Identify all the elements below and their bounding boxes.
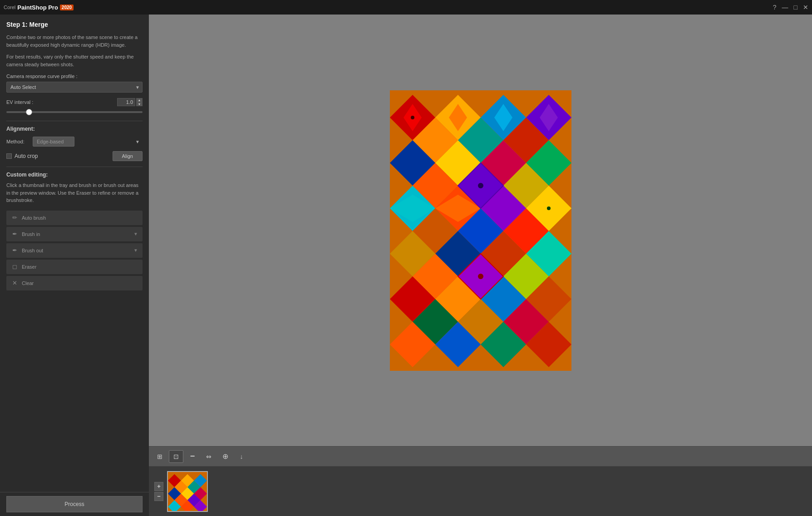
maximize-icon[interactable]: □ bbox=[794, 4, 797, 11]
ev-slider[interactable] bbox=[6, 111, 143, 113]
svg-point-51 bbox=[547, 206, 551, 210]
clear-btn-left: ✕ Clear bbox=[11, 280, 34, 287]
fit-icon: ⊡ bbox=[173, 453, 179, 460]
auto-brush-label: Auto brush bbox=[22, 215, 46, 221]
svg-point-49 bbox=[478, 274, 483, 279]
corel-label: Corel bbox=[4, 5, 15, 10]
left-panel: Step 1: Merge Combine two or more photos… bbox=[0, 15, 149, 516]
thumbnail-tray: + − bbox=[149, 466, 812, 516]
right-area: ⊞ ⊡ − ⇔ ⊕ ↓ + − bbox=[149, 15, 812, 516]
svg-point-50 bbox=[411, 116, 414, 119]
auto-crop-label: Auto crop bbox=[15, 153, 38, 159]
method-row: Method: Edge-based ▼ bbox=[6, 137, 143, 147]
minimize-icon[interactable]: — bbox=[782, 4, 788, 11]
pan-button[interactable]: ⇔ bbox=[202, 450, 216, 463]
hand-icon: ↓ bbox=[240, 453, 243, 460]
ev-interval-row: EV interval : 1.0 ▲ ▼ bbox=[6, 98, 143, 106]
auto-crop-checkbox[interactable] bbox=[6, 153, 12, 159]
brush-out-arrow-icon: ▼ bbox=[133, 248, 138, 253]
ev-slider-container bbox=[6, 108, 143, 114]
autocrop-left: Auto crop bbox=[6, 153, 38, 159]
process-button[interactable]: Process bbox=[6, 496, 143, 512]
ev-input-wrapper: 1.0 ▲ ▼ bbox=[117, 98, 143, 106]
ev-spinners: ▲ ▼ bbox=[136, 98, 143, 106]
panel-scroll-content: Step 1: Merge Combine two or more photos… bbox=[0, 15, 149, 492]
tray-zoom-plus[interactable]: + bbox=[154, 482, 163, 491]
method-arrow-icon: ▼ bbox=[135, 139, 140, 144]
pattern-svg bbox=[390, 90, 571, 371]
auto-brush-icon: ✏ bbox=[11, 214, 18, 221]
zoom-out-icon: − bbox=[190, 452, 195, 461]
zoom-out-button[interactable]: − bbox=[185, 450, 200, 463]
hand-button[interactable]: ↓ bbox=[234, 450, 249, 463]
eraser-btn-left: ◻ Eraser bbox=[11, 263, 36, 270]
eraser-label: Eraser bbox=[22, 264, 36, 270]
align-button[interactable]: Align bbox=[113, 151, 143, 161]
ev-spinner-up[interactable]: ▲ bbox=[136, 98, 143, 102]
fit-all-icon: ⊞ bbox=[157, 453, 162, 460]
ev-spinner-down[interactable]: ▼ bbox=[136, 102, 143, 106]
close-icon[interactable]: ✕ bbox=[803, 4, 808, 11]
brush-out-button[interactable]: ✒ Brush out ▼ bbox=[6, 243, 143, 258]
fit-button[interactable]: ⊡ bbox=[169, 450, 183, 463]
main-layout: Step 1: Merge Combine two or more photos… bbox=[0, 15, 812, 516]
bottom-toolbar: ⊞ ⊡ − ⇔ ⊕ ↓ bbox=[149, 446, 812, 466]
clear-icon: ✕ bbox=[11, 280, 18, 287]
clear-label: Clear bbox=[22, 280, 34, 286]
help-icon[interactable]: ? bbox=[773, 4, 777, 11]
description-1: Combine two or more photos of the same s… bbox=[6, 34, 143, 49]
brush-in-btn-left: ✒ Brush in bbox=[11, 231, 40, 238]
hdr-preview-image bbox=[390, 90, 571, 371]
app-logo: Corel PaintShop Pro 2020 bbox=[4, 4, 74, 11]
custom-editing-desc: Click a thumbnail in the tray and brush … bbox=[6, 182, 143, 204]
brush-in-icon: ✒ bbox=[11, 231, 18, 238]
ev-interval-label: EV interval : bbox=[6, 99, 33, 105]
eraser-button[interactable]: ◻ Eraser bbox=[6, 260, 143, 274]
titlebar: Corel PaintShop Pro 2020 ? — □ ✕ bbox=[0, 0, 812, 15]
divider-2 bbox=[6, 167, 143, 167]
camera-response-dropdown-wrapper: Auto Select ▼ bbox=[6, 82, 143, 93]
fit-all-button[interactable]: ⊞ bbox=[153, 450, 167, 463]
method-dropdown-wrapper: Edge-based ▼ bbox=[33, 137, 143, 147]
version-badge: 2020 bbox=[60, 5, 74, 10]
camera-response-label: Camera response curve profile : bbox=[6, 74, 143, 79]
tray-zoom-controls: + − bbox=[154, 482, 163, 501]
autocrop-row: Auto crop Align bbox=[6, 151, 143, 161]
thumbnail-item-1[interactable] bbox=[167, 471, 208, 512]
brush-out-btn-left: ✒ Brush out bbox=[11, 247, 43, 254]
zoom-in-icon: ⊕ bbox=[222, 452, 228, 461]
app-name-label: PaintShop Pro bbox=[17, 4, 58, 11]
camera-response-select[interactable]: Auto Select bbox=[6, 82, 143, 93]
divider-1 bbox=[6, 121, 143, 121]
step-title: Step 1: Merge bbox=[6, 21, 143, 28]
description-2: For best results, vary only the shutter … bbox=[6, 53, 143, 68]
tray-zoom-minus[interactable]: − bbox=[154, 492, 163, 501]
zoom-in-button[interactable]: ⊕ bbox=[218, 450, 232, 463]
method-label: Method: bbox=[6, 139, 29, 144]
brush-out-icon: ✒ bbox=[11, 247, 18, 254]
panel-bottom: Process bbox=[0, 492, 149, 516]
alignment-title: Alignment: bbox=[6, 126, 143, 132]
brush-in-button[interactable]: ✒ Brush in ▼ bbox=[6, 227, 143, 241]
svg-point-48 bbox=[478, 183, 483, 188]
brush-in-label: Brush in bbox=[22, 231, 40, 237]
clear-button[interactable]: ✕ Clear bbox=[6, 276, 143, 290]
method-select[interactable]: Edge-based bbox=[33, 137, 74, 147]
pan-icon: ⇔ bbox=[206, 453, 212, 460]
brush-in-arrow-icon: ▼ bbox=[133, 231, 138, 236]
custom-editing-title: Custom editing: bbox=[6, 172, 143, 178]
thumbnail-image-1 bbox=[168, 472, 207, 511]
brush-out-label: Brush out bbox=[22, 248, 43, 253]
ev-interval-input[interactable]: 1.0 bbox=[117, 98, 135, 106]
auto-brush-button[interactable]: ✏ Auto brush bbox=[6, 211, 143, 225]
eraser-icon: ◻ bbox=[11, 263, 18, 270]
auto-brush-btn-left: ✏ Auto brush bbox=[11, 214, 46, 221]
canvas-area bbox=[149, 15, 812, 446]
window-controls: ? — □ ✕ bbox=[773, 4, 808, 11]
